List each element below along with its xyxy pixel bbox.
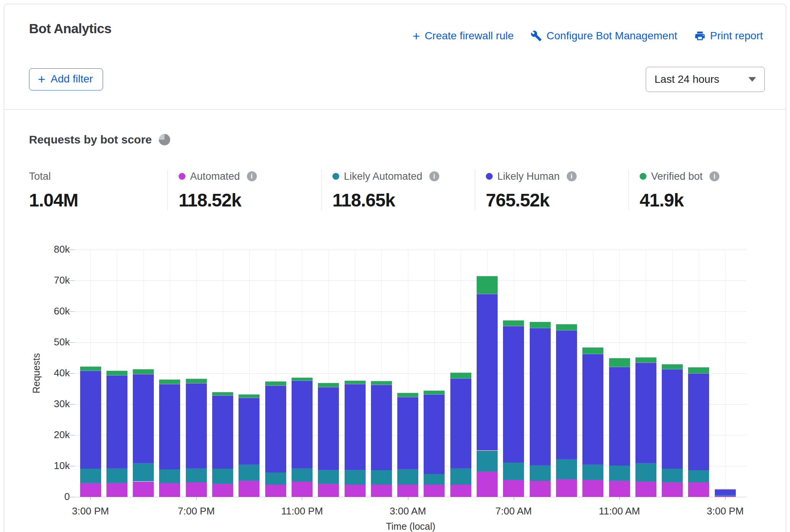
bot-analytics-card: Bot Analytics + Create firewall rule Con… — [4, 4, 786, 532]
bar-segment-verified_bot — [582, 347, 603, 354]
bar-segment-likely_automated — [292, 468, 313, 482]
y-tick-mark — [68, 342, 75, 343]
plus-icon: + — [413, 29, 420, 42]
bar-segment-likely_automated — [265, 472, 286, 485]
y-tick-label: 30k — [24, 398, 70, 410]
bar-segment-likely_automated — [212, 469, 233, 484]
bar-segment-likely_human — [80, 371, 101, 469]
stat-label-row: Likely Humani — [486, 170, 621, 183]
print-report-link[interactable]: Print report — [694, 30, 763, 42]
x-tick-label: 7:00 AM — [495, 505, 532, 517]
bar-segment-automated — [292, 482, 313, 497]
bar-segment-automated — [80, 483, 101, 497]
info-icon[interactable]: i — [429, 171, 439, 181]
bar-segment-automated — [318, 484, 339, 497]
stat-value: 1.04M — [29, 190, 160, 211]
bar-segment-likely_automated — [239, 464, 260, 480]
stat-automated: Automatedi118.52k — [168, 170, 321, 211]
bar-segment-automated — [265, 485, 286, 497]
horizontal-gridline — [75, 250, 746, 250]
bar-segment-likely_human — [265, 385, 286, 472]
bar-segment-likely_human — [582, 354, 603, 464]
x-tick-label: 11:00 PM — [281, 505, 323, 517]
bar-segment-verified_bot — [159, 379, 180, 384]
bar-segment-likely_automated — [582, 464, 603, 480]
bar-segment-likely_automated — [397, 469, 418, 485]
bar-segment-likely_human — [371, 385, 392, 470]
bar-segment-likely_automated — [662, 469, 683, 482]
section-title-row: Requests by bot score — [29, 133, 170, 146]
print-report-label: Print report — [710, 30, 763, 42]
bar-segment-likely_human — [715, 489, 736, 495]
add-filter-button[interactable]: + Add filter — [29, 68, 103, 90]
bar-segment-verified_bot — [186, 379, 207, 383]
configure-bot-management-label: Configure Bot Management — [547, 30, 677, 42]
bar-segment-likely_automated — [477, 451, 498, 471]
bar-segment-likely_automated — [345, 470, 366, 485]
bar-segment-automated — [159, 483, 180, 497]
bar-segment-likely_human — [106, 375, 127, 469]
x-axis-baseline — [75, 497, 746, 497]
stat-label: Total — [29, 171, 51, 182]
stat-label: Likely Human — [497, 171, 560, 182]
bar-segment-verified_bot — [450, 372, 471, 378]
bar-segment-verified_bot — [318, 383, 339, 387]
y-tick-mark — [68, 435, 75, 435]
x-tick-label: 7:00 PM — [178, 505, 215, 517]
bar-segment-automated — [662, 482, 683, 497]
bar-segment-likely_human — [609, 367, 630, 466]
stat-label-row: Verified boti — [640, 170, 719, 183]
time-range-value: Last 24 hours — [655, 73, 719, 85]
bar-segment-verified_bot — [556, 324, 577, 330]
bar-segment-automated — [635, 481, 656, 497]
bar-segment-verified_bot — [530, 322, 551, 328]
y-tick-label: 10k — [24, 460, 70, 472]
printer-icon — [694, 30, 706, 42]
bar-segment-likely_automated — [371, 470, 392, 484]
bar-segment-likely_human — [450, 378, 471, 469]
bar-segment-verified_bot — [715, 489, 736, 489]
bar-segment-verified_bot — [503, 320, 524, 326]
bar-segment-verified_bot — [635, 357, 656, 363]
bar-segment-likely_automated — [556, 459, 577, 479]
bar-segment-likely_human — [635, 363, 656, 463]
legend-dot-likely-human — [486, 173, 493, 180]
y-tick-label: 40k — [24, 367, 70, 379]
horizontal-gridline — [75, 342, 746, 343]
y-tick-label: 80k — [24, 243, 70, 255]
bar-segment-likely_human — [503, 326, 524, 463]
bar-segment-likely_automated — [159, 469, 180, 483]
x-tick-mark — [196, 497, 197, 500]
stat-likely-automated: Likely Automatedi118.65k — [321, 170, 475, 211]
bar-segment-likely_automated — [609, 466, 630, 480]
x-tick-mark — [619, 497, 620, 500]
bar-segment-likely_automated — [186, 468, 207, 482]
legend-dot-likely-automated — [332, 173, 339, 180]
time-range-select[interactable]: Last 24 hours — [646, 67, 765, 92]
bar-segment-likely_human — [397, 397, 418, 469]
bar-segment-likely_human — [345, 384, 366, 470]
bar-segment-automated — [530, 481, 551, 497]
configure-bot-management-link[interactable]: Configure Bot Management — [530, 30, 677, 42]
bar-segment-verified_bot — [477, 276, 498, 294]
info-icon[interactable]: i — [247, 171, 257, 181]
stat-value: 765.52k — [486, 190, 621, 211]
bar-segment-verified_bot — [371, 381, 392, 385]
bar-segment-likely_automated — [106, 468, 127, 482]
info-icon[interactable]: i — [567, 171, 577, 181]
section-title: Requests by bot score — [29, 133, 152, 146]
bar-segment-likely_automated — [80, 469, 101, 482]
bar-segment-likely_human — [688, 373, 709, 470]
bar-segment-likely_human — [477, 294, 498, 451]
bar-segment-verified_bot — [133, 369, 154, 374]
stat-total: Total1.04M — [29, 170, 168, 211]
create-firewall-rule-link[interactable]: + Create firewall rule — [413, 29, 514, 42]
bar-segment-likely_human — [159, 384, 180, 469]
bar-segment-automated — [609, 480, 630, 497]
bar-segment-verified_bot — [397, 393, 418, 397]
bar-segment-automated — [477, 471, 498, 497]
legend-dot-automated — [179, 173, 185, 180]
x-tick-mark — [514, 497, 514, 500]
y-tick-mark — [68, 466, 75, 466]
info-icon[interactable]: i — [709, 171, 719, 181]
